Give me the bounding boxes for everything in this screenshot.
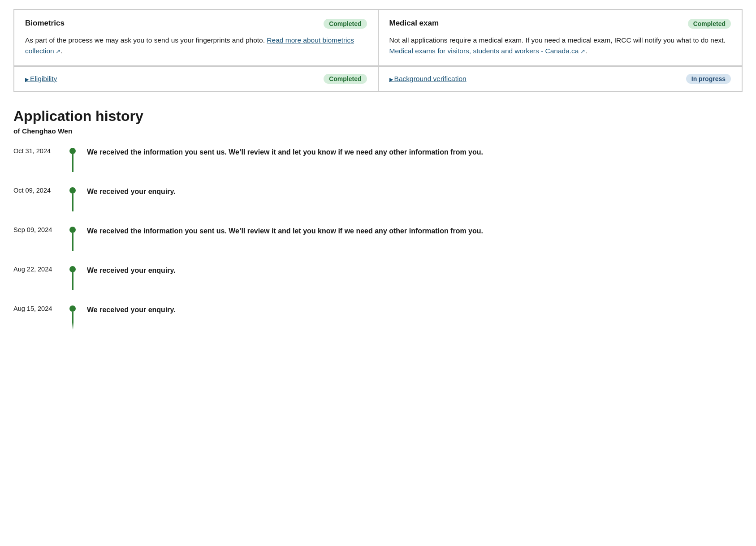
- medical-exam-body-text: Not all applications require a medical e…: [389, 36, 726, 44]
- timeline-line: [72, 272, 73, 290]
- timeline-dot: [69, 227, 76, 233]
- background-verification-link[interactable]: Background verification: [389, 75, 467, 83]
- timeline-item: Oct 09, 2024We received your enquiry.: [13, 185, 743, 211]
- timeline-item: Aug 22, 2024We received your enquiry.: [13, 264, 743, 290]
- timeline: Oct 31, 2024We received the information …: [13, 146, 743, 330]
- timeline-line: [72, 233, 73, 251]
- medical-exam-link[interactable]: Medical exams for visitors, students and…: [389, 47, 586, 55]
- timeline-message: We received your enquiry.: [87, 304, 743, 315]
- biometrics-body-text: As part of the process we may ask you to…: [25, 36, 265, 44]
- medical-exam-status-badge: Completed: [688, 19, 731, 29]
- history-title: Application history: [13, 108, 743, 125]
- timeline-message: We received the information you sent us.…: [87, 146, 743, 158]
- timeline-dot: [69, 148, 76, 154]
- timeline-dot: [69, 187, 76, 193]
- history-subtitle: of Chenghao Wen: [13, 127, 743, 135]
- timeline-date: Oct 09, 2024: [13, 185, 67, 194]
- timeline-connector: [67, 146, 78, 172]
- cards-grid: Biometrics Completed As part of the proc…: [13, 9, 743, 66]
- timeline-line: [72, 312, 73, 330]
- timeline-line: [72, 193, 73, 211]
- eligibility-link[interactable]: Eligibility: [25, 75, 57, 83]
- history-section: Application history of Chenghao Wen Oct …: [13, 108, 743, 330]
- timeline-connector: [67, 304, 78, 330]
- timeline-connector: [67, 264, 78, 290]
- medical-exam-link-suffix: .: [585, 47, 587, 55]
- timeline-dot: [69, 266, 76, 272]
- biometrics-card-header: Biometrics Completed: [25, 19, 367, 29]
- eligibility-status-badge: Completed: [324, 74, 367, 84]
- biometrics-body: As part of the process we may ask you to…: [25, 35, 367, 56]
- timeline-message: We received your enquiry.: [87, 264, 743, 276]
- timeline-dot: [69, 305, 76, 312]
- timeline-item: Sep 09, 2024We received the information …: [13, 225, 743, 251]
- timeline-date: Sep 09, 2024: [13, 225, 67, 233]
- timeline-date: Aug 22, 2024: [13, 264, 67, 273]
- medical-exam-card: Medical exam Completed Not all applicati…: [378, 9, 743, 66]
- timeline-message: We received the information you sent us.…: [87, 225, 743, 236]
- medical-exam-body: Not all applications require a medical e…: [389, 35, 731, 56]
- biometrics-status-badge: Completed: [324, 19, 367, 29]
- background-verification-row: Background verification In progress: [378, 67, 743, 91]
- timeline-connector: [67, 225, 78, 251]
- timeline-item: Aug 15, 2024We received your enquiry.: [13, 304, 743, 330]
- biometrics-card: Biometrics Completed As part of the proc…: [14, 9, 378, 66]
- timeline-connector: [67, 185, 78, 211]
- timeline-line: [72, 154, 73, 172]
- eligibility-row: Eligibility Completed: [14, 67, 378, 91]
- biometrics-link-suffix: .: [60, 47, 62, 55]
- timeline-date: Aug 15, 2024: [13, 304, 67, 312]
- timeline-date: Oct 31, 2024: [13, 146, 67, 155]
- collapsible-rows-grid: Eligibility Completed Background verific…: [13, 66, 743, 92]
- background-verification-status-badge: In progress: [686, 74, 731, 84]
- timeline-item: Oct 31, 2024We received the information …: [13, 146, 743, 172]
- timeline-message: We received your enquiry.: [87, 185, 743, 197]
- medical-exam-card-header: Medical exam Completed: [389, 19, 731, 29]
- medical-exam-title: Medical exam: [389, 19, 439, 28]
- biometrics-title: Biometrics: [25, 19, 65, 28]
